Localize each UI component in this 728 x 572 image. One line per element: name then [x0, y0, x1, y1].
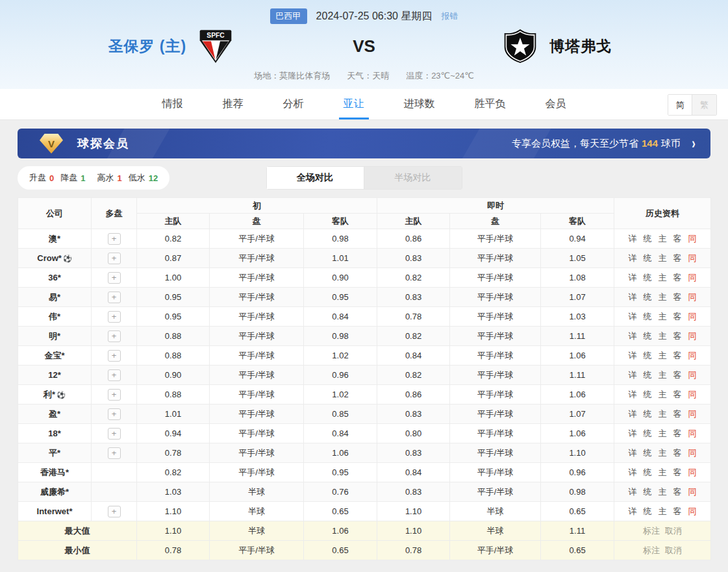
history-link-detail[interactable]: 详 — [629, 390, 637, 399]
history-link-detail[interactable]: 详 — [629, 234, 637, 243]
history-link-same[interactable]: 同 — [688, 390, 697, 399]
halftime-compare-tab[interactable]: 半场对比 — [364, 166, 462, 190]
vip-banner[interactable]: V 球探会员 专享会员权益，每天至少节省144球币 › — [18, 129, 710, 158]
history-link-home[interactable]: 主 — [659, 390, 667, 399]
company-name[interactable]: 威廉希* — [18, 482, 92, 502]
history-link-same[interactable]: 同 — [688, 273, 697, 282]
history-link-home[interactable]: 主 — [659, 253, 667, 263]
league-badge[interactable]: 巴西甲 — [270, 8, 307, 24]
company-name[interactable]: 伟* — [18, 307, 92, 327]
history-link-detail[interactable]: 详 — [629, 253, 637, 263]
company-name[interactable]: Interwet* — [18, 502, 92, 521]
company-name[interactable]: 金宝* — [18, 346, 92, 366]
tab-recommend[interactable]: 推荐 — [223, 89, 244, 119]
expand-multi-odds-button[interactable]: + — [108, 447, 121, 459]
history-link-same[interactable]: 同 — [688, 429, 697, 438]
company-name[interactable]: 香港马* — [18, 463, 92, 482]
history-link-home[interactable]: 主 — [659, 506, 667, 516]
history-link-same[interactable]: 同 — [688, 487, 697, 497]
tab-analysis[interactable]: 分析 — [283, 89, 304, 119]
history-link-detail[interactable]: 详 — [629, 331, 637, 341]
history-link-detail[interactable]: 详 — [629, 506, 637, 516]
history-link-away[interactable]: 客 — [673, 429, 682, 438]
history-link-detail[interactable]: 详 — [629, 312, 637, 321]
cancel-link[interactable]: 取消 — [665, 526, 682, 536]
history-link-home[interactable]: 主 — [659, 467, 667, 477]
history-link-detail[interactable]: 详 — [629, 351, 637, 360]
expand-multi-odds-button[interactable]: + — [108, 350, 121, 362]
history-link-detail[interactable]: 详 — [629, 273, 637, 282]
history-link-stats[interactable]: 统 — [644, 467, 652, 477]
history-link-home[interactable]: 主 — [659, 370, 667, 380]
history-link-detail[interactable]: 详 — [629, 429, 637, 438]
history-link-away[interactable]: 客 — [673, 506, 682, 516]
expand-multi-odds-button[interactable]: + — [108, 428, 121, 440]
history-link-home[interactable]: 主 — [659, 273, 667, 282]
company-name[interactable]: 利*⚽ — [18, 385, 92, 404]
mark-link[interactable]: 标注 — [643, 526, 660, 536]
history-link-stats[interactable]: 统 — [644, 253, 652, 263]
history-link-stats[interactable]: 统 — [644, 331, 652, 341]
history-link-home[interactable]: 主 — [659, 448, 667, 458]
history-link-away[interactable]: 客 — [673, 312, 682, 321]
history-link-away[interactable]: 客 — [673, 234, 682, 243]
history-link-home[interactable]: 主 — [659, 351, 667, 360]
history-link-away[interactable]: 客 — [673, 409, 682, 419]
company-name[interactable]: 澳* — [18, 229, 92, 249]
history-link-stats[interactable]: 统 — [644, 370, 652, 380]
history-link-stats[interactable]: 统 — [644, 351, 652, 360]
company-name[interactable]: 平* — [18, 443, 92, 463]
history-link-home[interactable]: 主 — [659, 292, 667, 302]
history-link-home[interactable]: 主 — [659, 331, 667, 341]
history-link-same[interactable]: 同 — [688, 292, 697, 302]
history-link-stats[interactable]: 统 — [644, 292, 652, 302]
company-name[interactable]: 易* — [18, 288, 92, 307]
history-link-detail[interactable]: 详 — [629, 487, 637, 497]
history-link-away[interactable]: 客 — [673, 292, 682, 302]
history-link-home[interactable]: 主 — [659, 234, 667, 243]
history-link-same[interactable]: 同 — [688, 409, 697, 419]
traditional-chinese-button[interactable]: 繁 — [692, 95, 716, 115]
chevron-right-icon[interactable]: › — [692, 136, 696, 151]
company-name[interactable]: 明* — [18, 327, 92, 346]
history-link-stats[interactable]: 统 — [644, 448, 652, 458]
history-link-away[interactable]: 客 — [673, 253, 682, 263]
expand-multi-odds-button[interactable]: + — [108, 233, 121, 245]
history-link-same[interactable]: 同 — [688, 506, 697, 516]
expand-multi-odds-button[interactable]: + — [108, 330, 121, 342]
history-link-stats[interactable]: 统 — [644, 429, 652, 438]
history-link-away[interactable]: 客 — [673, 370, 682, 380]
history-link-same[interactable]: 同 — [688, 448, 697, 458]
expand-multi-odds-button[interactable]: + — [108, 272, 121, 284]
history-link-detail[interactable]: 详 — [629, 370, 637, 380]
expand-multi-odds-button[interactable]: + — [108, 369, 121, 381]
expand-multi-odds-button[interactable]: + — [108, 389, 121, 401]
history-link-home[interactable]: 主 — [659, 409, 667, 419]
tab-member[interactable]: 会员 — [546, 89, 566, 119]
history-link-detail[interactable]: 详 — [629, 467, 637, 477]
history-link-detail[interactable]: 详 — [629, 448, 637, 458]
company-name[interactable]: Crow*⚽ — [18, 249, 92, 268]
history-link-away[interactable]: 客 — [673, 390, 682, 399]
history-link-home[interactable]: 主 — [659, 429, 667, 438]
history-link-same[interactable]: 同 — [688, 234, 697, 243]
history-link-away[interactable]: 客 — [673, 448, 682, 458]
history-link-stats[interactable]: 统 — [644, 312, 652, 321]
company-name[interactable]: 36* — [18, 268, 92, 288]
tab-intel[interactable]: 情报 — [162, 89, 183, 119]
history-link-detail[interactable]: 详 — [629, 292, 637, 302]
expand-multi-odds-button[interactable]: + — [108, 408, 121, 420]
history-link-stats[interactable]: 统 — [644, 234, 652, 243]
expand-multi-odds-button[interactable]: + — [108, 311, 121, 323]
history-link-same[interactable]: 同 — [688, 351, 697, 360]
mark-link[interactable]: 标注 — [643, 545, 660, 555]
history-link-stats[interactable]: 统 — [644, 487, 652, 497]
report-error-link[interactable]: 报错 — [441, 10, 458, 22]
history-link-home[interactable]: 主 — [659, 312, 667, 321]
tab-asian-handicap[interactable]: 亚让 — [344, 89, 364, 119]
tab-goals[interactable]: 进球数 — [404, 89, 435, 119]
company-name[interactable]: 盈* — [18, 404, 92, 424]
history-link-same[interactable]: 同 — [688, 467, 697, 477]
history-link-stats[interactable]: 统 — [644, 390, 652, 399]
history-link-away[interactable]: 客 — [673, 331, 682, 341]
